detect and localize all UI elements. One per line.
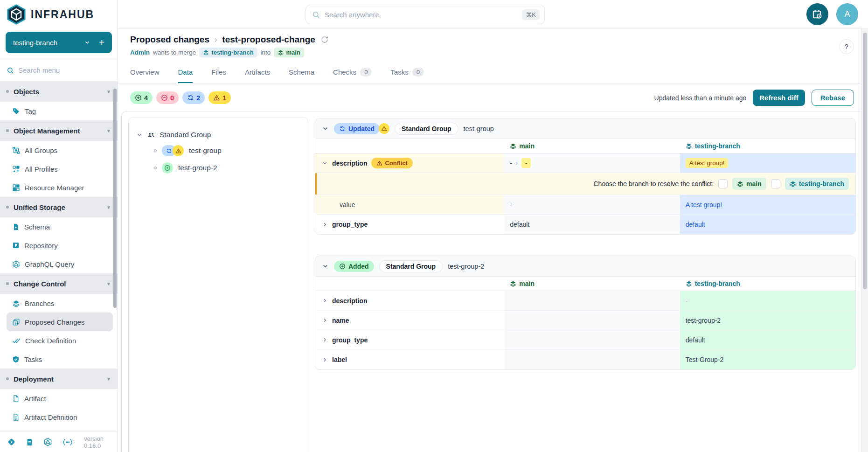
sidebar-item-tag[interactable]: Tag xyxy=(0,102,118,120)
graphql-sandbox-icon[interactable] xyxy=(43,438,52,446)
tag-icon xyxy=(12,107,20,115)
branch-selector-value: testing-branch xyxy=(6,39,80,47)
reload-icon[interactable] xyxy=(320,35,329,44)
sidebar-scrollbar[interactable] xyxy=(113,89,117,308)
sidebar-item-schema[interactable]: Schema xyxy=(0,217,118,236)
page-scrollbar-thumb[interactable] xyxy=(863,33,867,289)
tab-artifacts[interactable]: Artifacts xyxy=(245,62,270,83)
check-definition-icon xyxy=(12,337,21,344)
object-kind-badge: Standard Group xyxy=(395,123,458,135)
tab-data[interactable]: Data xyxy=(178,62,193,83)
tab-files[interactable]: Files xyxy=(211,62,226,83)
menu-search-input[interactable] xyxy=(18,66,111,74)
profiles-icon xyxy=(12,165,20,173)
chevron-right-icon[interactable] xyxy=(322,357,328,363)
sidebar-item-repository[interactable]: Repository xyxy=(0,236,118,255)
add-branch-button[interactable]: + xyxy=(94,37,112,48)
attribute-row-group-type[interactable]: group_type default xyxy=(315,330,855,350)
search-icon xyxy=(7,67,14,74)
property-row-value: value - A test group! xyxy=(315,195,855,215)
tab-tasks[interactable]: Tasks0 xyxy=(390,62,424,83)
attribute-row-label[interactable]: label Test-Group-2 xyxy=(315,350,855,369)
chevron-right-icon[interactable] xyxy=(322,317,328,323)
page-scrollbar xyxy=(861,29,868,452)
refresh-diff-button[interactable]: Refresh diff xyxy=(753,90,805,106)
chevron-down-icon[interactable] xyxy=(322,263,329,270)
proposed-changes-icon xyxy=(12,318,20,326)
sidebar-item-label: GraphQL Query xyxy=(25,260,74,268)
sidebar-item-tasks[interactable]: Tasks xyxy=(0,350,118,369)
merge-author[interactable]: Admin xyxy=(130,49,150,56)
chevron-right-icon[interactable] xyxy=(322,222,328,228)
sidebar-item-label: Branches xyxy=(25,299,54,307)
repository-icon xyxy=(12,242,20,249)
added-badge-icon xyxy=(162,162,173,174)
resolve-branch-checkbox[interactable] xyxy=(771,179,780,188)
swagger-braces-icon[interactable] xyxy=(62,438,73,446)
tree-node-standard-group[interactable]: Standard Group xyxy=(136,131,300,139)
tab-overview[interactable]: Overview xyxy=(130,62,160,83)
attribute-row-group-type[interactable]: group_type default default xyxy=(315,215,855,234)
tree-node-test-group[interactable]: test-group xyxy=(136,145,300,156)
attribute-row-description[interactable]: description - xyxy=(315,291,855,311)
rebase-button[interactable]: Rebase xyxy=(812,90,854,106)
sidebar-item-proposed-changes[interactable]: Proposed Changes xyxy=(7,313,113,331)
branch-value-cell: test-group-2 xyxy=(680,311,855,330)
breadcrumb-root[interactable]: Proposed changes xyxy=(130,35,209,45)
help-button[interactable]: ? xyxy=(839,39,854,54)
branch-value-cell: default xyxy=(680,215,855,234)
tree-node-test-group-2[interactable]: test-group-2 xyxy=(136,162,300,174)
resolve-main-checkbox[interactable] xyxy=(718,179,728,188)
chevron-down-icon[interactable] xyxy=(322,125,329,132)
diff-card-header[interactable]: Updated Standard Group test-group xyxy=(315,118,855,139)
branch-icon xyxy=(737,181,743,187)
tab-schema[interactable]: Schema xyxy=(289,62,314,83)
sidebar-item-graphql-query[interactable]: GraphQL Query xyxy=(0,255,118,273)
sidebar-item-artifact-definition[interactable]: Artifact Definition xyxy=(0,408,118,426)
schedule-button[interactable] xyxy=(806,3,828,25)
sidebar-section-change-control[interactable]: Change Control ▼ xyxy=(0,273,118,294)
sidebar-section-unified-storage[interactable]: Unified Storage ▼ xyxy=(0,197,118,217)
tasks-count-badge: 0 xyxy=(412,68,424,76)
status-badge-added: Added xyxy=(334,261,374,272)
chevron-right-icon[interactable] xyxy=(322,298,328,304)
infrahub-hexagon-icon xyxy=(7,4,26,25)
artifact-icon xyxy=(12,395,20,403)
docs-icon[interactable] xyxy=(26,438,34,446)
branch-selector[interactable]: testing-branch + xyxy=(6,32,112,53)
global-search-input[interactable] xyxy=(325,11,517,19)
avatar[interactable]: A xyxy=(836,3,858,25)
branch-value-cell: Test-Group-2 xyxy=(680,350,855,369)
sidebar-item-all-groups[interactable]: All Groups xyxy=(0,141,118,160)
git-icon[interactable] xyxy=(7,438,16,446)
sidebar-item-artifact[interactable]: Artifact xyxy=(0,389,118,408)
sidebar-item-branches[interactable]: Branches xyxy=(0,294,118,313)
attribute-row-description[interactable]: description Conflict - › - A xyxy=(315,153,855,173)
sidebar-section-deployment[interactable]: Deployment ▼ xyxy=(0,369,118,389)
tab-checks[interactable]: Checks0 xyxy=(333,62,372,83)
chevron-down-icon[interactable] xyxy=(136,132,143,138)
diff-card-header[interactable]: Added Standard Group test-group-2 xyxy=(315,256,855,277)
added-counter: 4 xyxy=(130,91,153,104)
menu-search xyxy=(0,59,118,81)
breadcrumb-current: test-proposed-change xyxy=(222,35,315,45)
graphql-icon xyxy=(12,260,20,268)
column-main: main xyxy=(504,139,680,153)
chevron-down-icon[interactable] xyxy=(80,39,94,46)
sidebar-footer: version 0.16.0 xyxy=(0,431,118,452)
sidebar-item-check-definition[interactable]: Check Definition xyxy=(0,331,118,350)
attribute-row-name[interactable]: name test-group-2 xyxy=(315,311,855,330)
chevron-down-icon[interactable] xyxy=(322,160,328,166)
sidebar-item-resource-manager[interactable]: Resource Manager xyxy=(0,178,118,197)
branch-value-cell: A test group! xyxy=(680,195,855,214)
sidebar-section-objects[interactable]: Objects ▼ xyxy=(0,81,118,102)
sidebar-section-object-management[interactable]: Object Management ▼ xyxy=(0,120,118,141)
target-branch-badge[interactable]: main xyxy=(274,48,304,57)
main-value-cell xyxy=(504,330,680,349)
resolve-option-testing-branch: testing-branch xyxy=(785,178,849,190)
tree-bullet xyxy=(154,167,157,169)
chevron-right-icon[interactable] xyxy=(322,337,328,343)
brand-logo[interactable]: INFRAHUB xyxy=(0,0,118,29)
source-branch-badge[interactable]: testing-branch xyxy=(199,48,257,57)
sidebar-item-all-profiles[interactable]: All Profiles xyxy=(0,160,118,178)
